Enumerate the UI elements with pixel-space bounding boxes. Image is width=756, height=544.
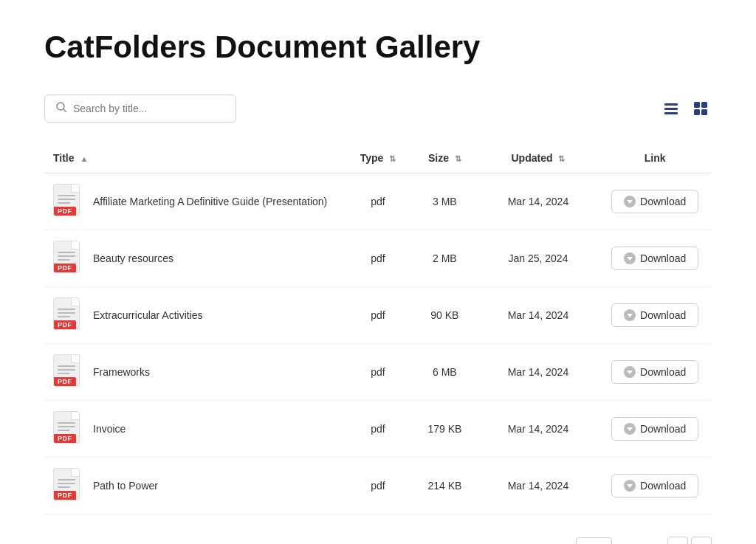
cell-link-1: Download	[598, 230, 712, 287]
page-nav: ‹ ›	[667, 537, 712, 544]
cell-type-2: pdf	[345, 287, 411, 344]
next-page-button[interactable]: ›	[691, 537, 712, 544]
cell-size-2: 90 KB	[411, 287, 478, 344]
svg-rect-2	[664, 103, 678, 106]
page-title: CatFolders Document Gallery	[44, 30, 712, 65]
grid-view-button[interactable]	[690, 97, 712, 120]
download-icon-5	[624, 480, 636, 492]
items-per-page-select[interactable]: 6122448	[576, 537, 612, 545]
cell-link-3: Download	[598, 344, 712, 401]
items-per-page-label: Items per page	[506, 542, 570, 545]
svg-rect-4	[664, 112, 678, 114]
cell-title-3: PDF Frameworks	[44, 344, 345, 401]
download-icon-0	[624, 196, 636, 207]
view-toggle	[660, 97, 712, 120]
table-row: PDF Path to Power pdf 214 KB Mar 14, 202…	[44, 458, 712, 514]
sort-icon-size: ⇅	[455, 154, 461, 164]
cell-size-3: 6 MB	[411, 344, 478, 401]
pdf-badge-1: PDF	[54, 264, 76, 272]
download-icon-4	[624, 423, 636, 435]
cell-title-4: PDF Invoice	[44, 401, 345, 458]
svg-line-1	[63, 109, 66, 112]
download-button-4[interactable]: Download	[611, 417, 698, 441]
download-icon-3	[624, 366, 636, 378]
file-title-2: Extracurricular Activities	[93, 309, 203, 321]
download-arrow-1	[627, 257, 633, 261]
file-title-1: Beauty resources	[93, 252, 173, 264]
cell-title-2: PDF Extracurricular Activities	[44, 287, 345, 344]
download-arrow-4	[627, 427, 633, 431]
pdf-badge-2: PDF	[54, 320, 76, 329]
search-box	[44, 94, 236, 123]
file-icon-4: PDF	[53, 411, 83, 447]
col-header-updated[interactable]: Updated ⇅	[478, 145, 599, 173]
cell-type-4: pdf	[345, 401, 411, 458]
table-row: PDF Extracurricular Activities pdf 90 KB…	[44, 287, 712, 344]
download-arrow-0	[627, 200, 633, 204]
file-icon-5: PDF	[53, 468, 83, 503]
file-title-4: Invoice	[93, 423, 126, 435]
cell-type-3: pdf	[345, 344, 411, 401]
file-title-5: Path to Power	[93, 480, 158, 492]
download-button-5[interactable]: Download	[611, 474, 698, 497]
download-button-1[interactable]: Download	[611, 247, 698, 270]
download-arrow-3	[627, 371, 633, 374]
file-icon-3: PDF	[53, 354, 83, 390]
cell-size-1: 2 MB	[411, 230, 478, 287]
cell-type-5: pdf	[345, 458, 411, 514]
svg-rect-5	[694, 102, 700, 108]
file-title-3: Frameworks	[93, 366, 150, 378]
file-icon-1: PDF	[53, 241, 83, 276]
cell-size-4: 179 KB	[411, 401, 478, 458]
items-per-page-container: Items per page 6122448	[506, 537, 612, 545]
download-arrow-2	[627, 314, 633, 317]
sort-icon-type: ⇅	[389, 154, 396, 164]
download-arrow-5	[627, 484, 633, 488]
table-body: PDF Affiliate Marketing A Definitive Gui…	[44, 173, 712, 514]
col-header-link: Link	[598, 145, 712, 173]
col-header-title[interactable]: Title ▲	[44, 145, 345, 173]
list-view-button[interactable]	[660, 97, 682, 120]
pdf-badge-4: PDF	[54, 434, 76, 443]
download-icon-1	[624, 252, 636, 264]
cell-updated-4: Mar 14, 2024	[478, 401, 599, 458]
table-header: Title ▲ Type ⇅ Size ⇅ Updated ⇅ Link	[44, 145, 712, 173]
pdf-badge-3: PDF	[54, 377, 76, 386]
download-icon-2	[624, 309, 636, 321]
table-row: PDF Beauty resources pdf 2 MB Jan 25, 20…	[44, 230, 712, 287]
download-button-0[interactable]: Download	[611, 190, 698, 213]
file-icon-2: PDF	[53, 297, 83, 333]
cell-title-0: PDF Affiliate Marketing A Definitive Gui…	[44, 173, 345, 230]
file-icon-0: PDF	[53, 184, 83, 219]
cell-updated-0: Mar 14, 2024	[478, 173, 599, 230]
pagination: Items per page 6122448 1 - 6 of 6 ‹ ›	[44, 537, 712, 544]
page-info: 1 - 6 of 6	[621, 542, 659, 545]
document-table: Title ▲ Type ⇅ Size ⇅ Updated ⇅ Link	[44, 145, 712, 514]
cell-updated-1: Jan 25, 2024	[478, 230, 599, 287]
pdf-badge-0: PDF	[54, 207, 76, 216]
cell-updated-3: Mar 14, 2024	[478, 344, 599, 401]
search-icon	[55, 101, 67, 116]
svg-rect-3	[664, 108, 678, 110]
cell-title-1: PDF Beauty resources	[44, 230, 345, 287]
cell-link-2: Download	[598, 287, 712, 344]
cell-updated-5: Mar 14, 2024	[478, 458, 599, 514]
pdf-badge-5: PDF	[54, 491, 76, 500]
svg-rect-8	[701, 109, 707, 115]
download-button-3[interactable]: Download	[611, 360, 698, 384]
cell-link-5: Download	[598, 458, 712, 514]
download-button-2[interactable]: Download	[611, 303, 698, 327]
sort-icon-updated: ⇅	[558, 154, 565, 164]
toolbar	[44, 94, 712, 123]
cell-updated-2: Mar 14, 2024	[478, 287, 599, 344]
sort-icon-title: ▲	[80, 154, 88, 163]
svg-rect-6	[701, 102, 707, 108]
cell-link-0: Download	[598, 173, 712, 230]
table-row: PDF Affiliate Marketing A Definitive Gui…	[44, 173, 712, 230]
prev-page-button[interactable]: ‹	[667, 537, 688, 544]
cell-type-0: pdf	[345, 173, 411, 230]
col-header-size[interactable]: Size ⇅	[411, 145, 478, 173]
file-title-0: Affiliate Marketing A Definitive Guide (…	[93, 196, 327, 207]
search-input[interactable]	[73, 103, 225, 114]
col-header-type[interactable]: Type ⇅	[345, 145, 411, 173]
